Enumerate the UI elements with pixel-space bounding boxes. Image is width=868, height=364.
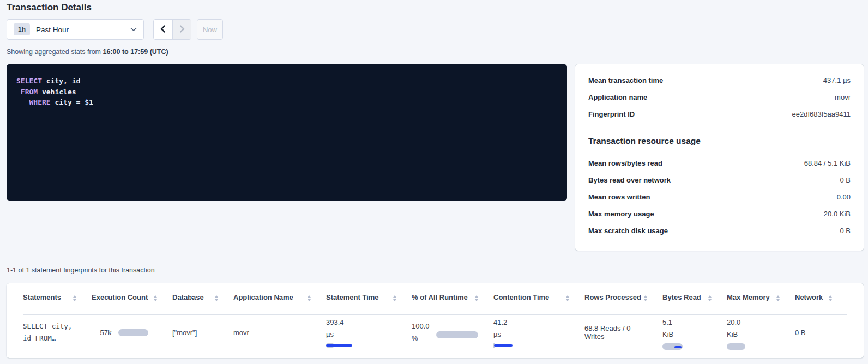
max-memory-bar [727, 343, 745, 350]
fingerprints-count-caption: 1-1 of 1 statement fingerprints for this… [7, 266, 155, 274]
summary-row: Mean transaction time 437.1 µs [588, 76, 851, 86]
column-header-application-name[interactable]: Application Name [233, 293, 326, 314]
column-header-database[interactable]: Database [172, 293, 233, 314]
sort-icon [644, 295, 647, 301]
summary-value: movr [835, 93, 851, 101]
stats-line-range: 16:00 to 17:59 (UTC) [103, 48, 168, 56]
summary-label: Max scratch disk usage [588, 227, 668, 235]
application-name-cell: movr [233, 315, 326, 350]
summary-label: Bytes read over network [588, 176, 671, 184]
column-header-statements[interactable]: Statements [23, 293, 92, 314]
now-button[interactable]: Now [197, 19, 223, 40]
summary-value: 0 B [840, 176, 851, 184]
column-header-network[interactable]: Network [795, 293, 847, 314]
column-header-contention-time[interactable]: Contention Time [493, 293, 584, 314]
sql-fragment: city = $1 [51, 98, 93, 106]
sort-icon [215, 295, 218, 301]
bytes-read-cell: 5.1 KiB [662, 315, 727, 350]
chevron-right-icon [179, 25, 185, 34]
sort-icon [308, 295, 311, 301]
bytes-read-unit: KiB [662, 329, 712, 341]
column-header-rows-processed[interactable]: Rows Processed [584, 293, 662, 314]
chevron-left-icon [160, 25, 166, 34]
chevron-down-icon [130, 27, 137, 32]
sql-statement-box: SELECT city, id FROM vehicles WHERE city… [7, 64, 567, 201]
statement-time-bar [326, 343, 396, 348]
sql-fragment: vehicles [38, 88, 76, 96]
sql-line: WHERE city = $1 [16, 97, 557, 108]
network-value: 0 B [795, 329, 832, 337]
column-header-execution-count[interactable]: Execution Count [92, 293, 172, 314]
transaction-summary-card: Mean transaction time 437.1 µs Applicati… [575, 64, 864, 251]
sql-indent [16, 88, 21, 96]
execution-count-cell: 57k [92, 315, 172, 350]
summary-row: Application name movr [588, 93, 851, 103]
contention-time-unit: µs [493, 329, 569, 341]
database-cell: ["movr"] [172, 315, 233, 350]
column-header-bytes-read[interactable]: Bytes Read [662, 293, 727, 314]
sort-icon [776, 295, 780, 301]
application-name-value: movr [233, 329, 311, 337]
summary-value: 0.00 [837, 193, 851, 201]
rows-processed-cell: 68.8 Reads / 0 Writes [584, 315, 662, 350]
next-time-button[interactable] [172, 20, 191, 39]
summary-row: Max memory usage 20.0 KiB [588, 210, 851, 220]
summary-row: Bytes read over network 0 B [588, 176, 851, 186]
time-range-dropdown[interactable]: 1h Past Hour [7, 19, 144, 40]
summary-label: Mean transaction time [588, 76, 663, 84]
column-header-max-memory[interactable]: Max Memory [727, 293, 795, 314]
runtime-pct-cell: 100.0 % [412, 315, 493, 350]
sql-keyword: SELECT [16, 77, 42, 85]
sort-icon [393, 295, 396, 301]
page-title: Transaction Details [7, 2, 92, 13]
statements-table: Statements Execution Count Database Appl… [7, 283, 864, 358]
sort-icon [73, 295, 76, 301]
statement-text-line1: SELECT city, [23, 320, 76, 332]
sql-line: FROM vehicles [16, 87, 557, 98]
statement-text-line2: id FROM… [23, 332, 76, 344]
statement-time-value: 393.4 [326, 317, 396, 329]
summary-value: 0 B [840, 227, 851, 235]
resource-usage-heading: Transaction resource usage [588, 136, 851, 146]
max-memory-cell: 20.0 KiB [727, 315, 795, 350]
sql-keyword: FROM [21, 88, 38, 96]
column-header-statement-time[interactable]: Statement Time [326, 293, 412, 314]
summary-value: ee2df683f5aa9411 [792, 110, 851, 118]
table-row: SELECT city, id FROM… 57k ["movr"] movr … [23, 315, 847, 350]
sql-line: SELECT city, id [16, 76, 557, 87]
sort-icon [566, 295, 569, 301]
column-header-runtime-pct[interactable]: % of All Runtime [412, 293, 493, 314]
summary-label: Max memory usage [588, 210, 654, 218]
summary-row: Mean rows written 0.00 [588, 193, 851, 203]
summary-row: Max scratch disk usage 0 B [588, 227, 851, 236]
time-step-control [153, 19, 191, 40]
execution-count-value: 57k [100, 329, 112, 337]
statement-time-cell: 393.4 µs [326, 315, 412, 350]
execution-count-bar [118, 329, 148, 336]
network-cell: 0 B [795, 315, 847, 350]
statement-time-unit: µs [326, 329, 396, 341]
bytes-read-bar [662, 343, 683, 350]
summary-label: Mean rows/bytes read [588, 159, 662, 167]
time-range-label: Past Hour [36, 26, 69, 34]
rows-processed-value: 68.8 Reads / 0 Writes [584, 324, 647, 341]
database-value: ["movr"] [172, 329, 218, 337]
summary-row: Mean rows/bytes read 68.84 / 5.1 KiB [588, 159, 851, 169]
time-controls: 1h Past Hour Now [7, 19, 223, 40]
summary-label: Application name [588, 93, 647, 101]
summary-value: 20.0 KiB [824, 210, 851, 218]
sort-icon [475, 295, 478, 301]
stats-line-prefix: Showing aggregated stats from [7, 48, 103, 56]
contention-time-cell: 41.2 µs [493, 315, 584, 350]
max-memory-unit: KiB [727, 329, 780, 341]
contention-time-value: 41.2 [493, 317, 569, 329]
runtime-pct-bar [436, 331, 478, 338]
summary-label: Mean rows written [588, 193, 650, 201]
mean-bar [494, 344, 513, 347]
summary-value: 437.1 µs [823, 76, 851, 84]
runtime-pct-value: 100.0 [412, 320, 430, 332]
sql-fragment: city, id [42, 77, 80, 85]
statement-link-cell[interactable]: SELECT city, id FROM… [23, 315, 92, 350]
prev-time-button[interactable] [154, 20, 172, 39]
summary-row: Fingerprint ID ee2df683f5aa9411 [588, 110, 851, 120]
